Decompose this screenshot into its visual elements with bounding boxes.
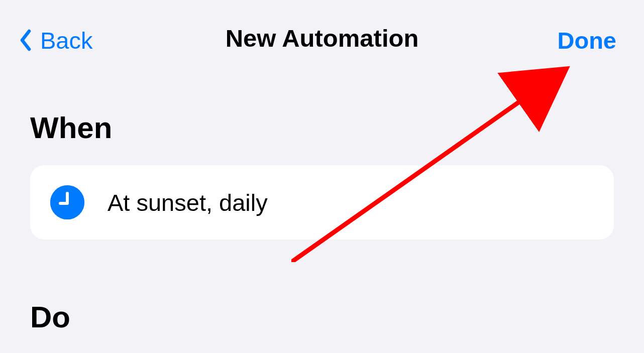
done-button[interactable]: Done bbox=[558, 27, 617, 54]
when-trigger-row[interactable]: At sunset, daily bbox=[30, 165, 614, 240]
when-trigger-text: At sunset, daily bbox=[108, 189, 268, 216]
when-heading: When bbox=[30, 110, 614, 145]
content: When At sunset, daily Do bbox=[0, 60, 644, 334]
back-button[interactable]: Back bbox=[19, 27, 93, 54]
clock-icon bbox=[50, 185, 84, 219]
nav-bar: Back New Automation Done bbox=[0, 0, 644, 60]
back-label: Back bbox=[40, 27, 93, 54]
do-section: Do bbox=[30, 300, 614, 334]
chevron-left-icon bbox=[19, 29, 31, 51]
page-title: New Automation bbox=[226, 24, 419, 52]
do-heading: Do bbox=[30, 300, 614, 334]
